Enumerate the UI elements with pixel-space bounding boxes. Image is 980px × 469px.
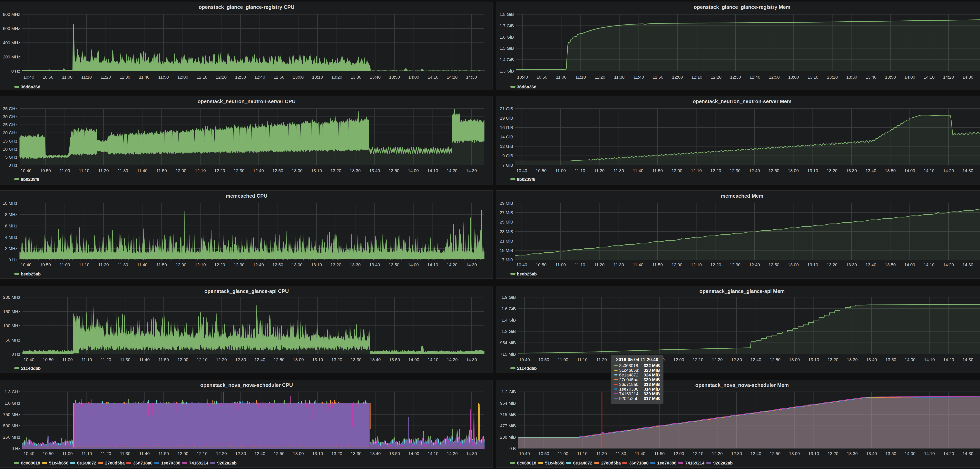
svg-text:13:50: 13:50 — [389, 357, 400, 362]
svg-text:13:40: 13:40 — [369, 168, 380, 173]
svg-text:12:00: 12:00 — [673, 451, 684, 456]
svg-text:30 GHz: 30 GHz — [3, 114, 18, 119]
svg-text:11:10: 11:10 — [576, 75, 586, 80]
svg-text:6 MHz: 6 MHz — [5, 223, 18, 228]
svg-text:12:20: 12:20 — [710, 262, 721, 267]
svg-text:11:10: 11:10 — [79, 168, 89, 173]
svg-text:12:30: 12:30 — [234, 262, 244, 267]
svg-text:11:10: 11:10 — [577, 357, 587, 362]
svg-text:11:40: 11:40 — [633, 262, 643, 267]
svg-text:10:40: 10:40 — [24, 357, 34, 362]
svg-text:13:40: 13:40 — [370, 357, 381, 362]
svg-text:openstack_glance_glance-api Me: openstack_glance_glance-api Mem — [700, 288, 785, 294]
svg-text:477 MiB: 477 MiB — [500, 423, 516, 428]
svg-text:14:10: 14:10 — [924, 168, 934, 173]
svg-text:74169214: 74169214 — [685, 461, 705, 466]
svg-text:27 MiB: 27 MiB — [500, 210, 513, 215]
svg-text:12:20: 12:20 — [711, 75, 721, 80]
svg-text:14:20: 14:20 — [943, 75, 954, 80]
svg-text:12:20: 12:20 — [712, 357, 723, 362]
svg-text:11:40: 11:40 — [139, 357, 150, 362]
svg-text:36d6a36d: 36d6a36d — [21, 85, 40, 89]
svg-text:13:10: 13:10 — [807, 168, 818, 173]
svg-text:10:50: 10:50 — [538, 451, 549, 456]
svg-text:14:00: 14:00 — [408, 168, 418, 173]
svg-text:14:10: 14:10 — [428, 75, 439, 80]
svg-text:14:20: 14:20 — [447, 75, 458, 80]
svg-text:12:00: 12:00 — [673, 357, 684, 362]
svg-text:12:40: 12:40 — [749, 75, 760, 80]
svg-text:openstack_nova_nova-scheduler: openstack_nova_nova-scheduler CPU — [200, 382, 293, 388]
svg-text:12:30: 12:30 — [730, 75, 741, 80]
svg-text:17 MiB: 17 MiB — [500, 257, 513, 262]
svg-text:11:20: 11:20 — [98, 262, 108, 267]
svg-text:14:20: 14:20 — [943, 451, 954, 456]
svg-text:954 MiB: 954 MiB — [500, 340, 516, 345]
svg-text:11:30: 11:30 — [614, 168, 624, 173]
svg-text:13:10: 13:10 — [312, 451, 323, 456]
svg-text:13:50: 13:50 — [389, 451, 400, 456]
svg-text:12:30: 12:30 — [731, 451, 742, 456]
svg-text:11:50: 11:50 — [653, 75, 663, 80]
svg-text:14 GiB: 14 GiB — [500, 134, 513, 139]
svg-text:14:30: 14:30 — [963, 75, 973, 80]
svg-text:11:30: 11:30 — [118, 262, 128, 267]
svg-text:13:50: 13:50 — [885, 262, 896, 267]
svg-text:21 MiB: 21 MiB — [500, 239, 513, 244]
svg-text:9202a2ab: 9202a2ab — [217, 461, 237, 466]
svg-text:14:20: 14:20 — [447, 451, 458, 456]
svg-text:11:00: 11:00 — [558, 451, 568, 456]
svg-text:12:50: 12:50 — [770, 357, 781, 362]
svg-text:12:50: 12:50 — [274, 451, 285, 456]
svg-text:10:40: 10:40 — [519, 357, 530, 362]
svg-text:11:30: 11:30 — [614, 262, 624, 267]
svg-text:13:20: 13:20 — [331, 168, 341, 173]
svg-text:13:10: 13:10 — [808, 75, 818, 80]
svg-text:11:30: 11:30 — [120, 357, 130, 362]
svg-text:16 GiB: 16 GiB — [500, 125, 513, 130]
svg-text:13:10: 13:10 — [808, 357, 819, 362]
svg-text:11:00: 11:00 — [558, 357, 568, 362]
svg-text:11:10: 11:10 — [575, 262, 585, 267]
svg-text:12:10: 12:10 — [691, 262, 702, 267]
svg-text:13:50: 13:50 — [389, 75, 400, 80]
svg-text:10 GHz: 10 GHz — [3, 147, 18, 152]
svg-text:1.7 GiB: 1.7 GiB — [500, 23, 514, 28]
svg-text:8b0239f8: 8b0239f8 — [21, 177, 39, 182]
svg-text:13:10: 13:10 — [808, 451, 819, 456]
svg-text:11:40: 11:40 — [137, 262, 147, 267]
svg-text:715 MiB: 715 MiB — [500, 412, 516, 417]
svg-text:11:30: 11:30 — [616, 451, 626, 456]
svg-text:12:00: 12:00 — [671, 168, 682, 173]
svg-text:openstack_neutron_neutron-serv: openstack_neutron_neutron-server CPU — [197, 99, 296, 104]
svg-text:0 Hz: 0 Hz — [11, 446, 21, 451]
svg-text:openstack_glance_glance-regist: openstack_glance_glance-registry Mem — [694, 4, 791, 10]
svg-text:1ee70388: 1ee70388 — [657, 461, 676, 466]
svg-text:14:10: 14:10 — [924, 451, 935, 456]
svg-text:14:20: 14:20 — [447, 262, 457, 267]
svg-text:600 MHz: 600 MHz — [3, 26, 20, 31]
svg-text:11:00: 11:00 — [555, 262, 566, 267]
svg-text:12:50: 12:50 — [768, 262, 779, 267]
svg-text:13:00: 13:00 — [292, 168, 302, 173]
svg-text:11:00: 11:00 — [62, 357, 73, 362]
svg-text:1.9 GiB: 1.9 GiB — [501, 295, 516, 300]
svg-text:800 MHz: 800 MHz — [3, 12, 20, 17]
svg-text:11:00: 11:00 — [60, 262, 70, 267]
svg-text:13:10: 13:10 — [312, 75, 323, 80]
svg-text:13:40: 13:40 — [865, 262, 876, 267]
svg-text:13:20: 13:20 — [331, 451, 342, 456]
svg-text:14:00: 14:00 — [905, 451, 915, 456]
svg-text:13:30: 13:30 — [846, 168, 857, 173]
svg-text:14:30: 14:30 — [466, 357, 477, 362]
svg-text:12:00: 12:00 — [176, 262, 186, 267]
svg-text:14:10: 14:10 — [924, 357, 935, 362]
svg-text:13:40: 13:40 — [865, 168, 876, 173]
svg-text:51c4dd6b: 51c4dd6b — [21, 366, 41, 371]
svg-text:12:40: 12:40 — [255, 451, 265, 456]
svg-text:11:40: 11:40 — [635, 451, 645, 456]
svg-text:12:30: 12:30 — [235, 75, 246, 80]
svg-text:14:10: 14:10 — [427, 168, 438, 173]
svg-text:12:40: 12:40 — [749, 262, 760, 267]
svg-text:13:00: 13:00 — [789, 357, 800, 362]
